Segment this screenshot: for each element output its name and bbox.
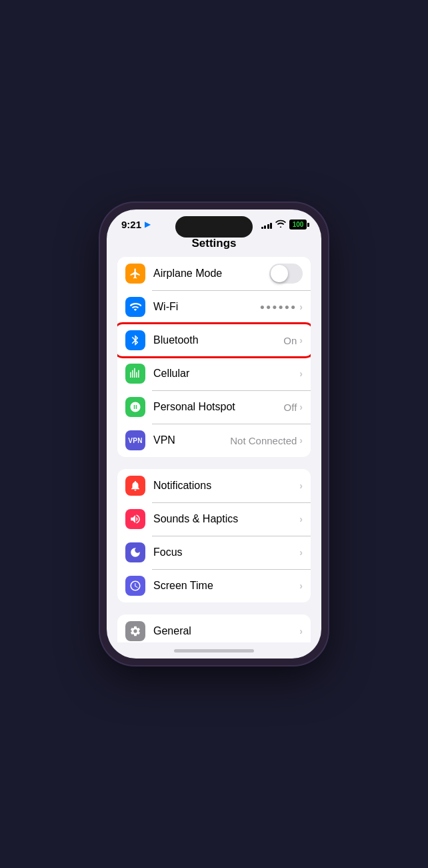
hotspot-value: Off — [284, 402, 297, 413]
bar1 — [261, 227, 263, 229]
settings-row-bluetooth[interactable]: Bluetooth On › — [117, 324, 311, 357]
hotspot-icon — [125, 397, 145, 417]
settings-row-wifi[interactable]: Wi-Fi ●●●●●● › — [117, 290, 311, 324]
settings-row-general[interactable]: General › — [117, 614, 311, 642]
vpn-value: Not Connected — [230, 435, 297, 446]
airplane-toggle-knob — [271, 265, 288, 282]
phone-screen: 9:21 ▶ 100 — [107, 209, 321, 659]
settings-row-focus[interactable]: Focus › — [117, 536, 311, 569]
wifi-status-icon — [275, 220, 286, 230]
notifications-icon — [125, 476, 145, 496]
sounds-label: Sounds & Haptics — [153, 513, 299, 525]
bar2 — [264, 226, 266, 229]
general-chevron-icon: › — [299, 626, 303, 636]
wifi-chevron-icon: › — [299, 302, 303, 312]
wifi-label: Wi-Fi — [153, 301, 260, 313]
vpn-chevron-icon: › — [299, 435, 303, 446]
settings-row-hotspot[interactable]: Personal Hotspot Off › — [117, 390, 311, 424]
airplane-icon — [125, 264, 145, 284]
hotspot-label: Personal Hotspot — [153, 401, 284, 413]
settings-row-vpn[interactable]: VPN VPN Not Connected › — [117, 424, 311, 457]
battery-icon: 100 — [289, 220, 307, 230]
screentime-icon — [125, 576, 145, 596]
settings-row-notifications[interactable]: Notifications › — [117, 469, 311, 502]
sounds-chevron-icon: › — [299, 514, 303, 524]
screentime-chevron-icon: › — [299, 580, 303, 591]
bluetooth-label: Bluetooth — [153, 334, 283, 346]
settings-row-sounds[interactable]: Sounds & Haptics › — [117, 502, 311, 536]
home-indicator — [107, 642, 321, 659]
cellular-chevron-icon: › — [299, 368, 303, 379]
group-notifications: Notifications › Sounds & Haptics › — [117, 469, 311, 602]
group-system: General › Control Center › Display — [117, 614, 311, 642]
screentime-label: Screen Time — [153, 580, 299, 592]
bluetooth-value: On — [283, 335, 297, 346]
airplane-toggle[interactable] — [269, 264, 303, 284]
settings-row-cellular[interactable]: Cellular › — [117, 357, 311, 390]
sounds-icon — [125, 509, 145, 529]
bluetooth-icon — [125, 330, 145, 350]
vpn-icon: VPN — [125, 430, 145, 450]
group-connectivity: Airplane Mode Wi-Fi ●●●●●● › — [117, 257, 311, 457]
focus-chevron-icon: › — [299, 547, 303, 558]
wifi-value: ●●●●●● — [260, 302, 297, 312]
status-icons: 100 — [261, 220, 307, 230]
vpn-label: VPN — [153, 434, 230, 446]
status-time: 9:21 ▶ — [121, 219, 150, 230]
cellular-icon — [125, 364, 145, 384]
general-icon — [125, 621, 145, 641]
airplane-label: Airplane Mode — [153, 268, 269, 280]
focus-label: Focus — [153, 546, 299, 558]
notifications-label: Notifications — [153, 480, 299, 492]
page-title: Settings — [107, 234, 321, 257]
battery-level: 100 — [293, 221, 304, 228]
time-display: 9:21 — [121, 219, 141, 230]
notifications-chevron-icon: › — [299, 480, 303, 491]
hotspot-chevron-icon: › — [299, 402, 303, 412]
focus-icon — [125, 542, 145, 562]
scroll-content[interactable]: Airplane Mode Wi-Fi ●●●●●● › — [107, 257, 321, 642]
bluetooth-chevron-icon: › — [299, 335, 303, 346]
home-bar — [174, 649, 254, 653]
wifi-icon — [125, 297, 145, 317]
bar4 — [270, 223, 272, 229]
general-label: General — [153, 625, 299, 637]
signal-bars-icon — [261, 221, 273, 229]
cellular-label: Cellular — [153, 368, 299, 380]
phone-frame: 9:21 ▶ 100 — [100, 203, 328, 665]
dynamic-island — [175, 216, 253, 238]
settings-row-airplane[interactable]: Airplane Mode — [117, 257, 311, 290]
bar3 — [267, 224, 269, 229]
settings-row-screentime[interactable]: Screen Time › — [117, 569, 311, 602]
location-arrow-icon: ▶ — [145, 220, 150, 229]
